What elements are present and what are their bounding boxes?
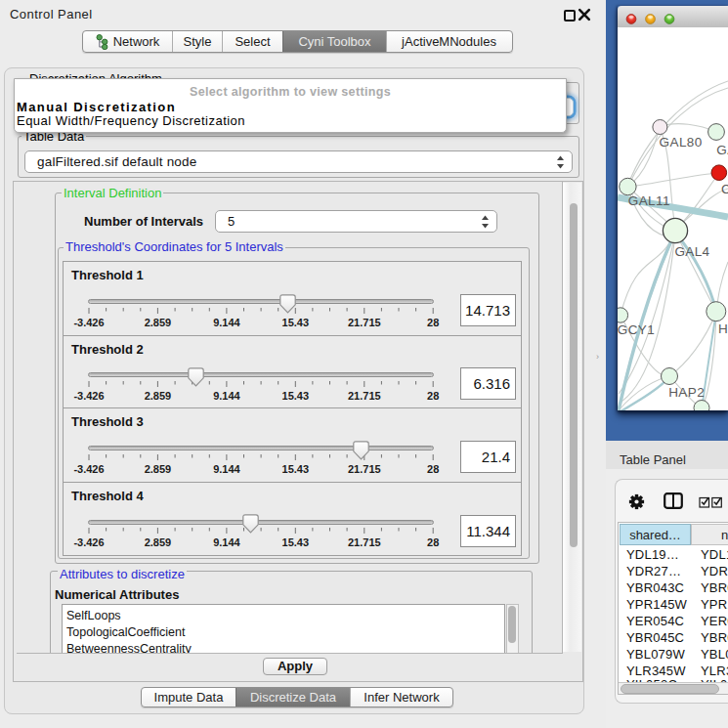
svg-text:GAL4: GAL4 [674, 244, 709, 259]
svg-text:HAP2: HAP2 [668, 385, 705, 400]
svg-text:GCY1: GCY1 [618, 322, 655, 337]
svg-text:H: H [718, 321, 728, 336]
svg-text:C: C [721, 182, 728, 196]
svg-text:GAL80: GAL80 [660, 135, 703, 150]
svg-text:GAL11: GAL11 [628, 193, 670, 208]
svg-text:GA: GA [716, 143, 728, 157]
